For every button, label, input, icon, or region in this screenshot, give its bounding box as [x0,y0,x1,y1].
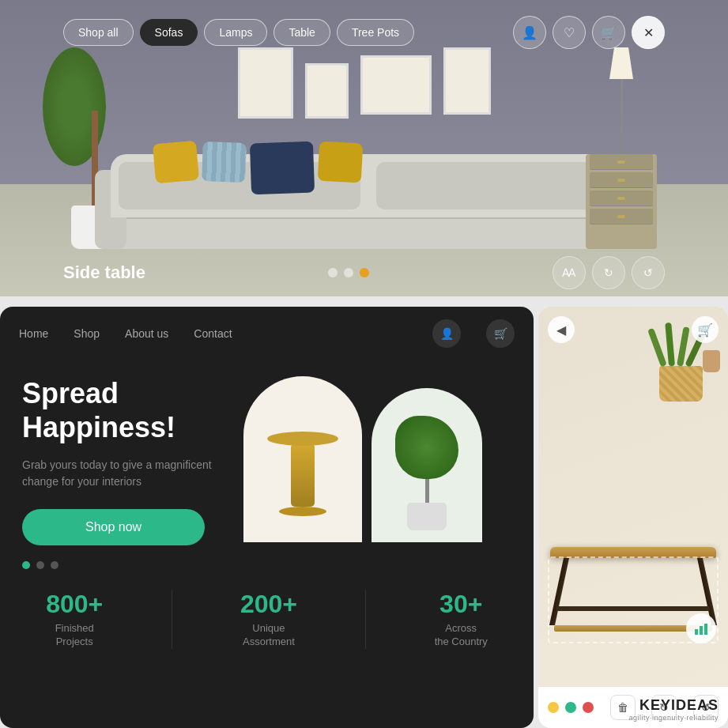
card-nav-about[interactable]: About us [125,327,168,340]
svg-rect-2 [704,624,707,635]
svg-rect-0 [695,629,698,635]
stat-unique-assortment: 200+ Unique Assortment [240,590,297,649]
stat-label-3: Across the Country [435,622,488,649]
photo-chart-btn[interactable] [686,613,716,643]
card-nav-shop[interactable]: Shop [74,327,100,340]
bonsai-plant [395,416,458,530]
close-icon-btn[interactable]: ✕ [632,16,665,49]
plant-pot-basket [659,366,703,402]
slide-dot-2[interactable] [344,268,353,277]
gold-table-pedestal [291,443,315,507]
lamp-shade [609,47,633,79]
dresser [586,152,657,249]
stat-divider-2 [365,590,366,649]
frame-2 [305,63,349,119]
stat-across-country: 30+ Across the Country [435,590,488,649]
gold-table [267,432,338,534]
gold-table-arch [243,376,362,542]
svg-rect-1 [700,626,703,635]
dresser-drawer-1 [590,154,653,170]
stat-finished-projects: 800+ Finished Projects [46,590,103,649]
keyideas-branding: KEYIDEAS agility·ingenuity·reliability [628,697,719,722]
heart-icon-btn[interactable]: ♡ [553,16,586,49]
toolbar-dots [548,702,594,713]
user-icon-btn[interactable]: 👤 [513,16,546,49]
sofa-pillows [154,142,362,194]
dresser-body [586,154,657,249]
card-nav-user[interactable]: 👤 [432,319,461,348]
pillow-striped [202,141,247,183]
brand-name: KEYIDEAS [639,697,719,714]
gold-table-base [279,507,326,516]
spread-title: Spread Happiness! [22,376,228,444]
side-table-panel: ◀ 🛒 🗑 ↻ ↺ [538,307,728,728]
toolbar-dot-green [565,702,576,713]
card-dot-3[interactable] [51,561,58,569]
viewer-bottom-icons: Ꜳ ↻ ↺ [553,256,665,289]
rotate-cw-icon-btn[interactable]: ↻ [592,256,625,289]
cart-icon-btn[interactable]: 🛒 [592,16,625,49]
nav-shop-all[interactable]: Shop all [63,19,134,46]
nav-table[interactable]: Table [273,19,330,46]
measure-icon-btn[interactable]: Ꜳ [553,256,586,289]
toolbar-dot-red [583,702,594,713]
brand-tagline: agility·ingenuity·reliability [628,714,719,722]
stat-label-2: Unique Assortment [240,622,297,649]
small-vase [703,350,720,372]
card-products [243,368,511,542]
slide-dot-3[interactable] [360,268,369,277]
viewer-label-bar: Side table Ꜳ ↻ ↺ [63,249,665,296]
sofa-viewer: Shop all Sofas Lamps Table Tree Pots 👤 ♡… [0,0,728,296]
pillow-yellow [153,141,199,184]
slide-dot-1[interactable] [328,268,338,277]
card-nav-cart[interactable]: 🛒 [486,319,515,348]
frond-2 [665,323,675,366]
frame-3 [360,55,432,115]
stats-row: 800+ Finished Projects 200+ Unique Assor… [0,577,534,662]
card-nav: Home Shop About us Contact 👤 🛒 [0,307,534,360]
frame-1 [238,47,293,119]
card-text-block: Spread Happiness! Grab yours today to gi… [22,368,228,545]
nav-tree-pots[interactable]: Tree Pots [337,19,414,46]
photo-cart-btn[interactable]: 🛒 [692,316,719,343]
stat-number-1: 800+ [46,590,103,619]
bonsai-arch [372,388,482,542]
frame-4 [443,47,491,115]
dresser-drawer-2 [590,172,653,188]
stat-number-3: 30+ [435,590,488,619]
card-hero: Spread Happiness! Grab yours today to gi… [0,360,534,553]
dresser-drawer-4 [590,209,653,224]
card-nav-home[interactable]: Home [19,327,48,340]
toolbar-dot-yellow [548,702,559,713]
shop-now-button[interactable]: Shop now [22,509,205,545]
stat-label-1: Finished Projects [46,622,103,649]
side-table-photo: ◀ 🛒 [538,307,728,687]
sofa-seat [111,217,625,249]
bonsai-pot [407,503,447,530]
bonsai-trunk [425,479,429,503]
spread-subtitle: Grab yours today to give a magnificent c… [22,457,228,490]
top-nav: Shop all Sofas Lamps Table Tree Pots 👤 ♡… [63,16,665,49]
slide-dots [328,268,369,277]
stat-number-2: 200+ [240,590,297,619]
dresser-drawer-3 [590,190,653,206]
dark-card: Home Shop About us Contact 👤 🛒 Spread Ha… [0,307,534,728]
card-dot-1[interactable] [22,561,30,569]
card-dot-2[interactable] [36,561,44,569]
stat-divider-1 [172,590,172,649]
pillow-blue [250,141,315,195]
gold-table-top [267,432,338,446]
pillow-yellow2 [318,141,364,183]
nav-lamps[interactable]: Lamps [204,19,267,46]
card-nav-contact[interactable]: Contact [194,327,232,340]
card-pagination [0,553,534,577]
wall-frames [158,47,570,119]
rotate-ccw-icon-btn[interactable]: ↺ [632,256,665,289]
nav-sofas[interactable]: Sofas [140,19,198,46]
bonsai-foliage [395,416,458,479]
photo-prev-btn[interactable]: ◀ [548,316,575,343]
product-label: Side table [63,262,145,283]
